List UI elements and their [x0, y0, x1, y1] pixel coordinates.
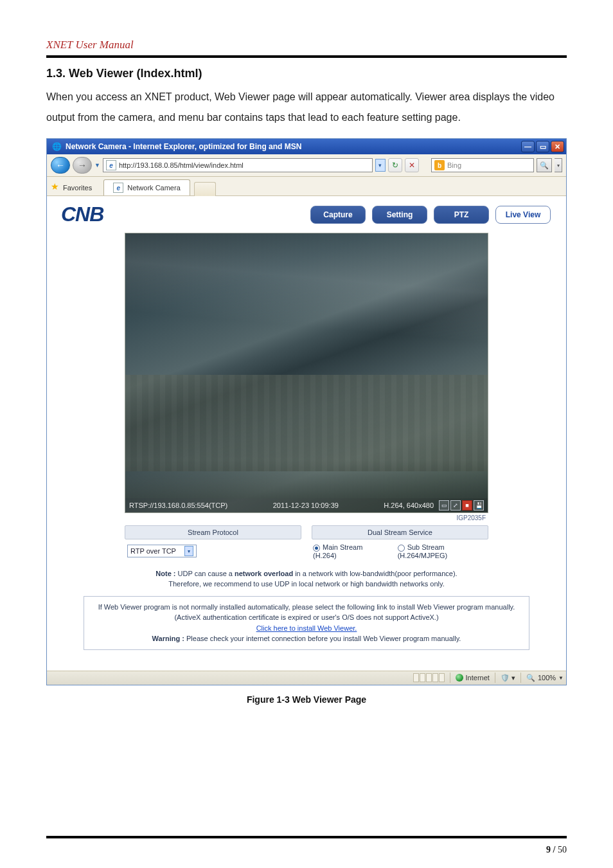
install-warning-text: Please check your internet connection be… — [186, 635, 461, 642]
live-view-button[interactable]: Live View — [495, 206, 551, 224]
install-panel: If Web Viewer program is not normally in… — [84, 596, 529, 650]
note-line1a: UDP can cause a — [178, 570, 235, 577]
capture-button[interactable]: Capture — [310, 206, 366, 224]
zoom-icon: 🔍 — [526, 674, 535, 682]
select-dropdown-icon: ▾ — [184, 546, 193, 556]
footer-rule-wrap — [46, 836, 567, 838]
osd-save-icon[interactable]: 💾 — [474, 500, 484, 511]
close-button[interactable]: ✕ — [551, 141, 564, 152]
page-number-total: 50 — [556, 845, 567, 854]
figure-caption: Figure 1-3 Web Viewer Page — [46, 694, 567, 705]
status-separator-boxes — [413, 673, 445, 682]
active-tab[interactable]: e Network Camera — [103, 179, 190, 195]
ptz-button[interactable]: PTZ — [434, 206, 489, 224]
favorites-label: Favorites — [63, 184, 92, 192]
search-box[interactable]: b Bing — [431, 158, 534, 172]
note-line1b: network overload — [235, 570, 293, 577]
header-rule — [46, 55, 567, 58]
ie-logo-icon: 🌐 — [52, 142, 62, 151]
search-go-button[interactable]: 🔍 — [537, 158, 552, 172]
note-block: Note : UDP can cause a network overload … — [101, 568, 512, 590]
window-title: Network Camera - Internet Explorer, opti… — [66, 142, 521, 151]
osd-fullscreen-icon[interactable]: ⤢ — [450, 500, 461, 511]
minimize-button[interactable]: — — [521, 141, 535, 152]
osd-stream-url: RTSP://193.168.0.85:554(TCP) — [129, 502, 227, 509]
osd-tool-icon-1[interactable]: ▭ — [439, 500, 449, 511]
sub-stream-label: Sub Stream (H.264/MJPEG) — [398, 543, 448, 559]
protected-mode-icon[interactable]: 🛡️ ▾ — [501, 674, 515, 682]
title-bar: 🌐 Network Camera - Internet Explorer, op… — [47, 139, 566, 154]
main-stream-radio[interactable]: Main Stream (H.264) — [313, 543, 382, 559]
note-prefix: Note : — [155, 570, 177, 577]
stream-protocol-header: Stream Protocol — [125, 525, 301, 539]
note-line1c: in a network with low-bandwidth(poor per… — [293, 570, 458, 577]
sub-stream-radio[interactable]: Sub Stream (H.264/MJPEG) — [398, 543, 488, 559]
tab-favicon-icon: e — [113, 183, 123, 193]
nav-toolbar: ← → ▼ e http://193.168.0.85/html/view/in… — [47, 154, 566, 177]
search-provider-label: Bing — [447, 161, 461, 169]
osd-record-icon[interactable]: ■ — [462, 500, 472, 511]
zoom-value: 100% — [538, 674, 556, 682]
refresh-button[interactable]: ↻ — [388, 158, 402, 172]
bing-logo-icon: b — [434, 160, 445, 170]
note-line2: Therefore, we recommend to use UDP in lo… — [168, 580, 444, 588]
page-favicon-icon: e — [106, 160, 116, 170]
setting-button[interactable]: Setting — [372, 206, 427, 224]
tab-row: ★ Favorites e Network Camera — [47, 177, 566, 196]
install-line1: If Web Viewer program is not normally in… — [98, 603, 515, 611]
back-button[interactable]: ← — [51, 157, 70, 174]
zone-label: Internet — [466, 674, 490, 682]
dual-stream-header: Dual Stream Service — [312, 525, 488, 539]
osd-codec: H.264, 640x480 — [384, 502, 434, 509]
install-line2: (ActiveX authentication certificate is e… — [174, 613, 438, 621]
globe-icon — [456, 674, 463, 682]
browser-window: 🌐 Network Camera - Internet Explorer, op… — [46, 138, 567, 685]
main-stream-label: Main Stream (H.264) — [313, 543, 362, 559]
osd-timestamp: 2011-12-23 10:09:39 — [273, 502, 339, 509]
stream-protocol-value: RTP over TCP — [130, 547, 176, 555]
url-text: http://193.168.0.85/html/view/index.html — [119, 161, 244, 169]
page-number-current: 9 / — [546, 845, 555, 854]
maximize-button[interactable]: ▭ — [536, 141, 549, 152]
stream-protocol-select[interactable]: RTP over TCP ▾ — [127, 545, 197, 557]
address-bar[interactable]: e http://193.168.0.85/html/view/index.ht… — [103, 158, 373, 172]
footer-rule — [46, 836, 567, 838]
radio-off-icon — [398, 545, 405, 552]
cnb-logo: CNB — [61, 203, 103, 226]
radio-on-icon — [313, 545, 320, 552]
search-options-dropdown[interactable]: ▾ — [555, 158, 562, 172]
video-viewer: RTSP://193.168.0.85:554(TCP) 2011-12-23 … — [125, 233, 488, 513]
security-zone[interactable]: Internet — [456, 674, 490, 682]
model-label: IGP2035F — [125, 514, 488, 521]
zoom-control[interactable]: 🔍 100% ▼ — [526, 674, 564, 682]
recent-pages-dropdown-icon[interactable]: ▼ — [94, 162, 100, 168]
osd-bar: RTSP://193.168.0.85:554(TCP) 2011-12-23 … — [125, 498, 488, 512]
document-header-title: XNET User Manual — [46, 39, 567, 51]
page-content: CNB Capture Setting PTZ Live View RTSP:/… — [47, 196, 566, 671]
install-link[interactable]: Click here to install Web Viewer. — [256, 624, 357, 632]
status-bar: Internet 🛡️ ▾ 🔍 100% ▼ — [47, 671, 566, 685]
stop-button[interactable]: ✕ — [405, 158, 419, 172]
address-history-dropdown[interactable]: ▾ — [375, 159, 386, 172]
favorites-star-icon[interactable]: ★ — [51, 181, 59, 192]
intro-paragraph: When you access an XNET product, Web Vie… — [46, 87, 567, 128]
section-heading: 1.3. Web Viewer (Index.html) — [46, 67, 567, 80]
page-number: 9 / 50 — [546, 845, 567, 855]
forward-button[interactable]: → — [73, 157, 92, 174]
active-tab-label: Network Camera — [127, 184, 181, 192]
new-tab-button[interactable] — [194, 182, 216, 196]
install-warning-prefix: Warning : — [152, 635, 186, 642]
